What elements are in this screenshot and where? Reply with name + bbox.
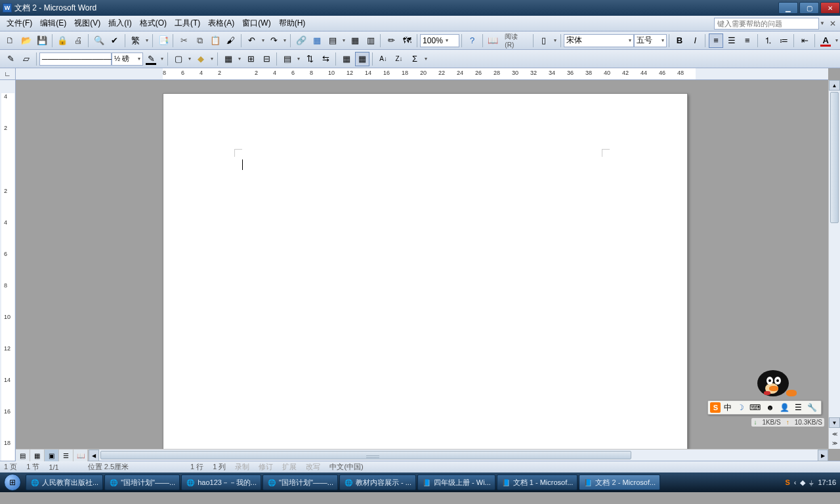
chinese-convert-dropdown-icon[interactable]: ▾ bbox=[144, 37, 150, 43]
horizontal-ruler[interactable]: 8642246810121416182022242628303234363840… bbox=[16, 68, 828, 80]
open-button[interactable]: 📂 bbox=[19, 33, 33, 48]
align-center-button[interactable]: ☰ bbox=[724, 33, 739, 48]
align-right-button[interactable]: ≡ bbox=[740, 33, 755, 48]
status-track[interactable]: 修订 bbox=[259, 462, 273, 472]
menu-help[interactable]: 帮助(H) bbox=[275, 16, 310, 30]
start-button[interactable]: ⊞ bbox=[0, 472, 25, 492]
status-record[interactable]: 录制 bbox=[235, 462, 249, 472]
help-button[interactable]: ? bbox=[465, 33, 480, 48]
vertical-ruler[interactable]: 42246810121416182022 bbox=[0, 80, 16, 461]
doc-map-button[interactable]: 🗺 bbox=[400, 33, 414, 48]
insert-table-tool-dropdown-icon[interactable]: ▾ bbox=[236, 56, 243, 62]
tray-clock[interactable]: 17:16 bbox=[818, 478, 836, 486]
paste-button[interactable]: 📋 bbox=[208, 33, 222, 48]
font-family-combo[interactable]: 宋体▾ bbox=[564, 34, 634, 47]
taskbar-button[interactable]: 🌐教材内容展示 - ... bbox=[339, 474, 416, 490]
hide-gridlines-button[interactable]: ▦ bbox=[355, 52, 369, 66]
ime-face-icon[interactable]: ☻ bbox=[764, 403, 776, 412]
undo-dropdown-icon[interactable]: ▾ bbox=[260, 37, 266, 43]
menu-window[interactable]: 窗口(W) bbox=[238, 16, 274, 30]
sogou-tray-icon[interactable]: S bbox=[785, 478, 789, 486]
system-tray[interactable]: S ‹ ◆ ⏚ 17:16 bbox=[781, 478, 840, 487]
document-area[interactable]: S 中 ☽ ⌨ ☻ 👤 ☰ 🔧 ↓1KB/S ↑10.3KB/S bbox=[16, 80, 828, 449]
page-setup-dropdown-icon[interactable]: ▾ bbox=[552, 37, 558, 43]
taskbar-button[interactable]: 🌐人民教育出版社... bbox=[26, 474, 103, 490]
draw-table-button[interactable]: ✎ bbox=[3, 52, 18, 66]
taskbar-button[interactable]: 📘文档 1 - Microsof... bbox=[497, 474, 578, 490]
bold-button[interactable]: B bbox=[673, 33, 687, 48]
ime-moon-icon[interactable]: ☽ bbox=[735, 403, 746, 412]
align-cell-dropdown-icon[interactable]: ▾ bbox=[295, 56, 302, 62]
menu-insert[interactable]: 插入(I) bbox=[104, 16, 135, 30]
sort-desc-button[interactable]: Z↓ bbox=[392, 52, 406, 66]
format-painter-button[interactable]: 🖌 bbox=[224, 33, 238, 48]
read-layout-icon[interactable]: 📖 bbox=[486, 33, 501, 48]
align-left-button[interactable]: ≡ bbox=[709, 33, 723, 48]
vscroll-thumb[interactable] bbox=[830, 92, 839, 223]
border-color-button[interactable]: ✎ bbox=[144, 52, 158, 66]
minimize-button[interactable]: ▁ bbox=[778, 2, 798, 14]
tray-shield-icon[interactable]: ◆ bbox=[800, 478, 805, 487]
prev-page-button[interactable]: ≪ bbox=[829, 429, 840, 438]
distribute-rows-button[interactable]: ⇅ bbox=[303, 52, 317, 66]
decrease-indent-button[interactable]: ⇤ bbox=[797, 33, 812, 48]
eraser-button[interactable]: ▱ bbox=[19, 52, 33, 66]
line-style-combo[interactable]: ─────────────▾ bbox=[39, 52, 112, 66]
ime-user-icon[interactable]: 👤 bbox=[778, 403, 791, 412]
split-cells-button[interactable]: ⊟ bbox=[259, 52, 274, 66]
font-size-combo[interactable]: 五号▾ bbox=[634, 34, 667, 47]
maximize-button[interactable]: ▢ bbox=[799, 2, 819, 14]
font-color-dropdown-icon[interactable]: ▾ bbox=[833, 37, 840, 43]
taskbar-button[interactable]: 🌐"国培计划"——... bbox=[262, 474, 338, 490]
sort-asc-button[interactable]: A↓ bbox=[376, 52, 390, 66]
tab-selector[interactable]: ∟ bbox=[0, 68, 16, 80]
ime-mode-button[interactable]: 中 bbox=[722, 402, 734, 413]
redo-dropdown-icon[interactable]: ▾ bbox=[282, 37, 288, 43]
shading-dropdown-icon[interactable]: ▾ bbox=[209, 56, 215, 62]
taskbar-button[interactable]: 🌐"国培计划"——... bbox=[104, 474, 180, 490]
menu-file[interactable]: 文件(F) bbox=[3, 16, 36, 30]
status-language[interactable]: 中文(中国) bbox=[329, 462, 363, 472]
new-doc-button[interactable]: 🗋 bbox=[3, 33, 18, 48]
scroll-left-button[interactable]: ◀ bbox=[89, 450, 99, 461]
close-button[interactable]: ✕ bbox=[820, 2, 840, 14]
columns-button[interactable]: ▥ bbox=[364, 33, 378, 48]
outline-view-button[interactable]: ☰ bbox=[59, 450, 74, 461]
next-page-button[interactable]: ≫ bbox=[829, 438, 840, 448]
table-autoformat-button[interactable]: ▦ bbox=[339, 52, 354, 66]
tray-chevron-icon[interactable]: ‹ bbox=[794, 478, 797, 486]
numbering-button[interactable]: ⒈ bbox=[761, 33, 776, 48]
menu-edit[interactable]: 编辑(E) bbox=[36, 16, 70, 30]
insert-table-dropdown-icon[interactable]: ▾ bbox=[341, 37, 347, 43]
autosum-button[interactable]: Σ bbox=[408, 52, 422, 66]
ime-settings-icon[interactable]: 🔧 bbox=[805, 403, 819, 412]
insert-table-tool-button[interactable]: ▦ bbox=[221, 52, 236, 66]
spellcheck-button[interactable]: ✔ bbox=[108, 33, 122, 48]
qq-penguin-mascot[interactable] bbox=[751, 368, 797, 403]
reading-mode-button[interactable]: 阅读(R) bbox=[501, 33, 530, 48]
font-color-button[interactable]: A bbox=[818, 33, 833, 48]
ime-toolbar[interactable]: S 中 ☽ ⌨ ☻ 👤 ☰ 🔧 bbox=[707, 400, 822, 415]
ime-keyboard-icon[interactable]: ⌨ bbox=[747, 403, 763, 412]
sogou-icon[interactable]: S bbox=[710, 402, 721, 413]
tray-network-icon[interactable]: ⏚ bbox=[809, 478, 814, 486]
menu-format[interactable]: 格式(O) bbox=[136, 16, 171, 30]
permission-button[interactable]: 🔒 bbox=[56, 33, 70, 48]
page-setup-button[interactable]: ▯ bbox=[537, 33, 551, 48]
menu-tools[interactable]: 工具(T) bbox=[171, 16, 204, 30]
redo-button[interactable]: ↷ bbox=[267, 33, 282, 48]
doc-close-button[interactable]: ✕ bbox=[826, 19, 840, 28]
save-button[interactable]: 💾 bbox=[35, 33, 49, 48]
copy-button[interactable]: ⧉ bbox=[192, 33, 207, 48]
scroll-up-button[interactable]: ▲ bbox=[829, 80, 840, 91]
tables-borders-button[interactable]: ▦ bbox=[310, 33, 324, 48]
merge-cells-button[interactable]: ⊞ bbox=[243, 52, 258, 66]
outside-border-button[interactable]: ▢ bbox=[171, 52, 186, 66]
reading-view-button[interactable]: 📖 bbox=[74, 450, 88, 461]
print-layout-button[interactable]: ▣ bbox=[45, 450, 59, 461]
ime-menu-icon[interactable]: ☰ bbox=[793, 403, 804, 412]
help-dropdown-icon[interactable]: ▼ bbox=[819, 20, 826, 26]
distribute-cols-button[interactable]: ⇆ bbox=[318, 52, 333, 66]
drawing-toolbar-button[interactable]: ✏ bbox=[384, 33, 398, 48]
page[interactable] bbox=[163, 93, 688, 449]
